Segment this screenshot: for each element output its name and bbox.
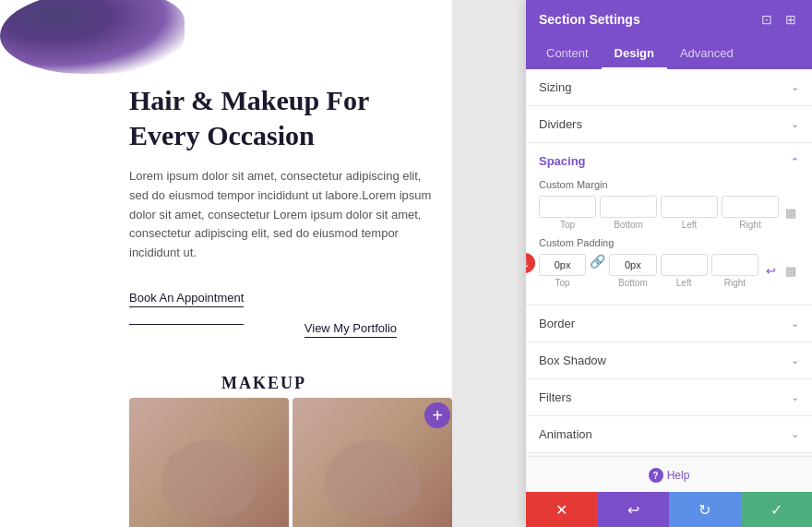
panel-header-icons: ⊡ ⊞ — [758, 11, 799, 28]
chevron-sizing: ⌄ — [791, 81, 799, 93]
save-button[interactable]: ✓ — [741, 492, 813, 527]
section-border-header[interactable]: Border ⌄ — [526, 305, 812, 341]
margin-right-label: Right — [739, 220, 760, 230]
chevron-filters: ⌄ — [791, 391, 799, 403]
book-link-wrap[interactable]: Book An Appointment — [129, 289, 244, 325]
panel-footer: ? Help — [526, 456, 812, 493]
minimize-icon[interactable]: ⊡ — [758, 11, 775, 28]
tab-design[interactable]: Design — [602, 39, 667, 69]
padding-device-icon[interactable]: ▩ — [782, 263, 799, 280]
section-dividers-header[interactable]: Dividers ⌄ — [526, 106, 812, 142]
custom-margin-label: Custom Margin — [539, 179, 799, 190]
chevron-animation: ⌄ — [791, 428, 799, 440]
padding-top-input[interactable] — [539, 254, 586, 276]
section-filters: Filters ⌄ — [526, 379, 812, 416]
portfolio-link[interactable]: View My Portfolio — [304, 321, 397, 338]
section-spacing: Spacing ⌄ Custom Margin Top Bottom — [526, 143, 812, 305]
section-dividers-label: Dividers — [539, 117, 582, 131]
padding-reset-icon[interactable]: ↩ — [762, 263, 779, 280]
padding-left-label: Left — [676, 278, 692, 288]
margin-left-input[interactable] — [661, 196, 718, 218]
panel-body: Sizing ⌄ Dividers ⌄ Spacing ⌄ — [526, 69, 812, 456]
chevron-spacing: ⌄ — [791, 155, 799, 167]
bottom-images — [129, 398, 452, 527]
decorative-splash — [0, 0, 185, 74]
padding-inputs: Top 🔗 Bottom Left — [539, 254, 758, 288]
padding-right-label: Right — [724, 278, 746, 288]
margin-left-wrap: Left — [661, 196, 718, 230]
padding-left-wrap: Left — [661, 254, 708, 288]
padding-row: Top 🔗 Bottom Left — [539, 254, 799, 288]
section-dividers: Dividers ⌄ — [526, 106, 812, 143]
redo-button[interactable]: ↻ — [669, 492, 741, 527]
section-spacing-label: Spacing — [539, 154, 586, 168]
panel-header: Section Settings ⊡ ⊞ — [526, 0, 812, 39]
chevron-box-shadow: ⌄ — [791, 354, 799, 366]
margin-left-label: Left — [682, 220, 698, 230]
section-box-shadow-label: Box Shadow — [539, 353, 606, 367]
undo-button[interactable]: ↩ — [598, 492, 670, 527]
indicator-bubble: 1 — [526, 253, 535, 273]
padding-right-wrap: Right — [711, 254, 758, 288]
panel-title: Section Settings — [539, 12, 640, 27]
padding-bottom-input[interactable] — [609, 254, 656, 276]
padding-left-input[interactable] — [661, 254, 708, 276]
action-bar: ✕ ↩ ↻ ✓ — [526, 492, 812, 527]
margin-row: Top Bottom Left Right — [539, 196, 799, 230]
section-animation-label: Animation — [539, 427, 592, 441]
tab-content[interactable]: Content — [533, 39, 602, 69]
tab-advanced[interactable]: Advanced — [667, 39, 746, 69]
help-link[interactable]: ? Help — [649, 468, 690, 483]
section-spacing-header[interactable]: Spacing ⌄ — [526, 143, 812, 179]
margin-device-icon[interactable]: ▩ — [782, 205, 799, 222]
chevron-dividers: ⌄ — [791, 118, 799, 130]
margin-top-wrap: Top — [539, 196, 596, 230]
margin-right-wrap: Right — [722, 196, 779, 230]
section-box-shadow-header[interactable]: Box Shadow ⌄ — [526, 342, 812, 378]
padding-top-label: Top — [555, 278, 570, 288]
margin-top-input[interactable] — [539, 196, 596, 218]
section-sizing-label: Sizing — [539, 80, 571, 94]
help-label: Help — [667, 469, 690, 482]
section-sizing: Sizing ⌄ — [526, 69, 812, 106]
image-placeholder-1 — [129, 398, 289, 527]
section-border-label: Border — [539, 317, 575, 330]
book-appointment-link[interactable]: Book An Appointment — [129, 291, 244, 307]
margin-bottom-label: Bottom — [614, 220, 643, 230]
link-icon[interactable]: 🔗 — [590, 254, 605, 269]
settings-panel: Section Settings ⊡ ⊞ Content Design Adva… — [526, 0, 812, 527]
section-animation: Animation ⌄ — [526, 416, 812, 453]
section-sizing-header[interactable]: Sizing ⌄ — [526, 69, 812, 105]
margin-top-label: Top — [560, 220, 575, 230]
help-icon: ? — [649, 468, 663, 483]
cancel-button[interactable]: ✕ — [526, 492, 598, 527]
custom-padding-label: Custom Padding — [539, 237, 799, 248]
padding-right-input[interactable] — [711, 254, 758, 276]
expand-icon[interactable]: ⊞ — [782, 11, 799, 28]
padding-bottom-wrap: Bottom — [609, 254, 656, 288]
add-button[interactable]: + — [424, 402, 450, 428]
padding-bottom-label: Bottom — [618, 278, 648, 288]
section-filters-header[interactable]: Filters ⌄ — [526, 379, 812, 415]
padding-link-wrap: 🔗 — [590, 254, 605, 288]
section-animation-header[interactable]: Animation ⌄ — [526, 416, 812, 452]
makeup-label: Makeup — [221, 374, 306, 393]
margin-bottom-wrap: Bottom — [600, 196, 657, 230]
main-heading: Hair & Makeup For Every Occasion — [129, 83, 434, 152]
section-filters-label: Filters — [539, 390, 571, 404]
section-border: Border ⌄ — [526, 305, 812, 342]
spacing-content: Custom Margin Top Bottom Lef — [526, 179, 812, 305]
chevron-border: ⌄ — [791, 317, 799, 329]
margin-right-input[interactable] — [722, 196, 779, 218]
margin-inputs: Top Bottom Left Right — [539, 196, 779, 230]
section-box-shadow: Box Shadow ⌄ — [526, 342, 812, 379]
body-text: Lorem ipsum dolor sit amet, consectetur … — [129, 167, 434, 263]
margin-bottom-input[interactable] — [600, 196, 657, 218]
padding-top-wrap: Top — [539, 254, 586, 288]
content-text: Hair & Makeup For Every Occasion Lorem i… — [129, 83, 434, 325]
main-content: Hair & Makeup For Every Occasion Lorem i… — [0, 0, 452, 527]
tabs: Content Design Advanced — [526, 39, 812, 69]
